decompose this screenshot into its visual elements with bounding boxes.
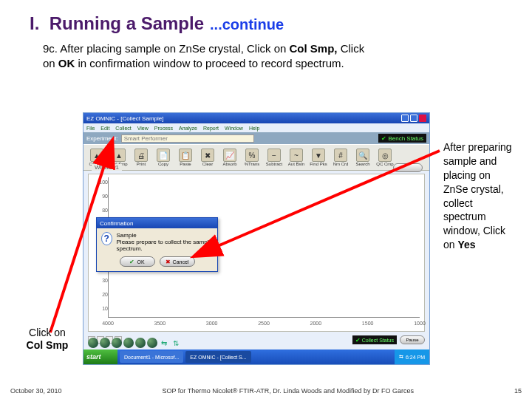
annotation-right: After preparing sample and placing on Zn… [443, 140, 516, 252]
toolbar-nmcrd[interactable]: #Nm Crd [330, 149, 351, 166]
toolbar-findpks[interactable]: ▼Find Pks [308, 149, 329, 166]
confirmation-dialog: Confirmation ? Sample Please prepare to … [96, 217, 218, 272]
toolbar-print[interactable]: 🖨Print [131, 149, 151, 166]
toolbar-copy[interactable]: 📄Copy [153, 149, 174, 166]
slide-footer: October 30, 2010 SOP for Thermo Nicolet®… [0, 387, 532, 395]
system-tray[interactable]: ⇆6:24 PM [395, 349, 429, 364]
plot-window-label: Window1 [92, 164, 122, 171]
menu-bar[interactable]: FileEditCollectViewProcessAnalyzeReportW… [83, 123, 429, 132]
taskbar: start Document1 - Microsof... EZ OMNIC -… [83, 349, 429, 364]
menu-item[interactable]: Help [249, 126, 259, 131]
plot-button[interactable] [393, 163, 423, 172]
menu-item[interactable]: Window [225, 126, 243, 131]
question-icon: ? [101, 232, 112, 245]
menu-item[interactable]: File [86, 126, 95, 131]
menu-item[interactable]: Analyze [179, 126, 197, 131]
dialog-message: Please prepare to collect the sample spe… [117, 239, 213, 252]
toolbar-qccmp[interactable]: ◎QC Cmp [375, 149, 395, 166]
instruction-text: 9c. After placing sample on ZnSe crystal… [43, 41, 495, 72]
dialog-titlebar: Confirmation [97, 218, 217, 228]
collect-status-indicator: Collect Status [352, 335, 397, 344]
menu-item[interactable]: View [137, 126, 149, 131]
close-icon[interactable] [419, 115, 426, 122]
experiment-dropdown[interactable]: Smart Performer [121, 134, 254, 143]
taskbar-item[interactable]: Document1 - Microsof... [120, 351, 183, 363]
maximize-icon[interactable] [410, 115, 417, 122]
bottom-tool-circles[interactable]: ⇆ ⇅ [88, 338, 181, 348]
cancel-button[interactable]: Cancel [160, 256, 195, 267]
menu-item[interactable]: Process [154, 126, 173, 131]
menu-item[interactable]: Collect [115, 126, 131, 131]
toolbar: ▲Col Bkg▲Col Smp🖨Print📄Copy📋Paste✖Clear📈… [83, 144, 429, 171]
toolbar-search[interactable]: 🔍Search [352, 149, 373, 166]
bench-status-indicator: Bench Status [378, 134, 426, 143]
dialog-heading: Sample [117, 232, 213, 239]
start-button[interactable]: start [83, 349, 117, 364]
minimize-icon[interactable] [401, 115, 409, 122]
experiment-bar: Experiment: Smart Performer Bench Status [83, 132, 429, 144]
ok-button[interactable]: OK [120, 256, 155, 267]
annotation-left: Click onCol Smp [18, 327, 77, 352]
page-title: I. Running a Sample ...continue [30, 13, 502, 34]
taskbar-item[interactable]: EZ OMNIC - [Collect S... [185, 351, 250, 363]
toolbar-trans[interactable]: %%Trans [242, 149, 262, 166]
toolbar-autbsln[interactable]: ~Aut Bsln [286, 149, 307, 166]
window-titlebar: EZ OMNIC - [Collect Sample] [83, 113, 429, 123]
pause-button[interactable]: Pause [400, 335, 425, 344]
toolbar-clear[interactable]: ✖Clear [197, 149, 218, 166]
toolbar-absorb[interactable]: 📈Absorb [219, 149, 240, 166]
menu-item[interactable]: Edit [100, 126, 109, 131]
menu-item[interactable]: Report [203, 126, 219, 131]
toolbar-paste[interactable]: 📋Paste [175, 149, 196, 166]
toolbar-subtract[interactable]: −Subtract [264, 149, 284, 166]
